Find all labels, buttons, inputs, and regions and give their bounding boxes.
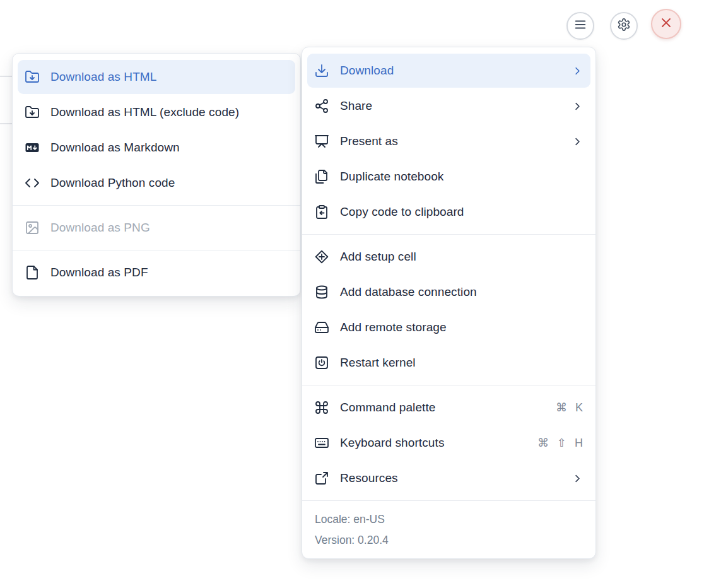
menu-separator [13,250,300,250]
menu-item-label: Resources [340,471,572,485]
menu-item-label: Download as PNG [50,221,288,235]
menu-item-label: Download as HTML (exclude code) [50,105,288,119]
menu-item-label: Command palette [340,401,556,415]
version-text: Version: 0.20.4 [315,530,583,551]
menu-item-label: Restart kernel [340,356,584,370]
hamburger-icon [573,18,587,34]
menu-item-download[interactable]: Download [307,54,590,88]
power-square-icon [314,355,329,370]
clipboard-copy-icon [314,204,329,220]
menu-item-label: Add database connection [340,285,584,299]
menu-item-download-as-html-exclude-code[interactable]: Download as HTML (exclude code) [18,95,295,129]
menu-item-add-remote-storage[interactable]: Add remote storage [307,310,590,344]
menu-item-label: Duplicate notebook [340,170,584,184]
menu-item-restart-kernel[interactable]: Restart kernel [307,346,590,380]
notebook-menu-button[interactable] [566,12,594,40]
menu-item-present-as[interactable]: Present as [307,124,590,158]
menu-footer: Locale: en-US Version: 0.20.4 [302,506,595,553]
menu-item-label: Download [340,64,572,78]
gear-icon [617,18,631,34]
command-icon [314,400,329,415]
shortcut-hint: ⌘ ⇧ H [537,436,584,450]
image-icon [25,220,40,235]
presentation-icon [314,134,329,149]
menu-item-download-as-html[interactable]: Download as HTML [18,60,295,94]
menu-item-download-as-pdf[interactable]: Download as PDF [18,256,295,290]
file-icon [25,265,40,280]
external-link-icon [314,471,329,486]
menu-item-label: Share [340,99,572,113]
download-submenu: Download as HTML Download as HTML (exclu… [12,53,301,297]
shortcut-hint: ⌘ K [556,401,584,415]
menu-item-label: Download Python code [50,176,288,190]
hard-drive-icon [314,320,329,335]
code-icon [25,175,40,191]
menu-item-label: Download as HTML [50,70,288,84]
chevron-right-icon [572,136,584,148]
menu-item-duplicate-notebook[interactable]: Duplicate notebook [307,160,590,194]
folder-down-icon [25,69,40,85]
close-icon [659,15,674,33]
background-panel-edge [0,123,12,124]
menu-item-label: Copy code to clipboard [340,205,584,219]
background-panel-edge [0,76,12,77]
database-icon [314,285,329,300]
chevron-right-icon [572,473,584,485]
menu-item-share[interactable]: Share [307,89,590,123]
menu-item-label: Add remote storage [340,320,584,334]
chevron-right-icon [572,100,584,112]
diamond-plus-icon [314,249,329,264]
menu-separator [302,234,595,235]
locale-text: Locale: en-US [315,509,583,530]
menu-separator [302,385,595,385]
menu-item-command-palette[interactable]: Command palette ⌘ K [307,391,590,425]
folder-down-icon [25,105,40,120]
menu-separator [13,205,300,206]
menu-item-label: Download as PDF [50,266,288,279]
keyboard-icon [314,435,329,450]
menu-item-resources[interactable]: Resources [307,461,590,495]
shutdown-button[interactable] [651,9,681,39]
app-canvas: Download as HTML Download as HTML (exclu… [0,0,704,588]
menu-separator [302,500,595,501]
menu-item-add-setup-cell[interactable]: Add setup cell [307,240,590,274]
menu-item-download-as-markdown[interactable]: Download as Markdown [18,131,295,165]
menu-item-download-as-png: Download as PNG [18,211,295,245]
menu-item-keyboard-shortcuts[interactable]: Keyboard shortcuts ⌘ ⇧ H [307,426,590,460]
menu-item-label: Download as Markdown [50,141,288,155]
menu-item-add-database-connection[interactable]: Add database connection [307,275,590,309]
menu-item-label: Keyboard shortcuts [340,436,537,450]
menu-item-label: Add setup cell [340,250,584,264]
files-icon [314,169,329,184]
settings-button[interactable] [610,12,638,40]
chevron-right-icon [572,65,584,77]
menu-item-download-python-code[interactable]: Download Python code [18,166,295,200]
menu-item-copy-code-to-clipboard[interactable]: Copy code to clipboard [307,195,590,229]
share-icon [314,98,329,114]
menu-item-label: Present as [340,134,572,148]
markdown-icon [25,140,40,155]
download-icon [314,63,329,78]
notebook-actions-menu: Download Share [302,47,596,559]
